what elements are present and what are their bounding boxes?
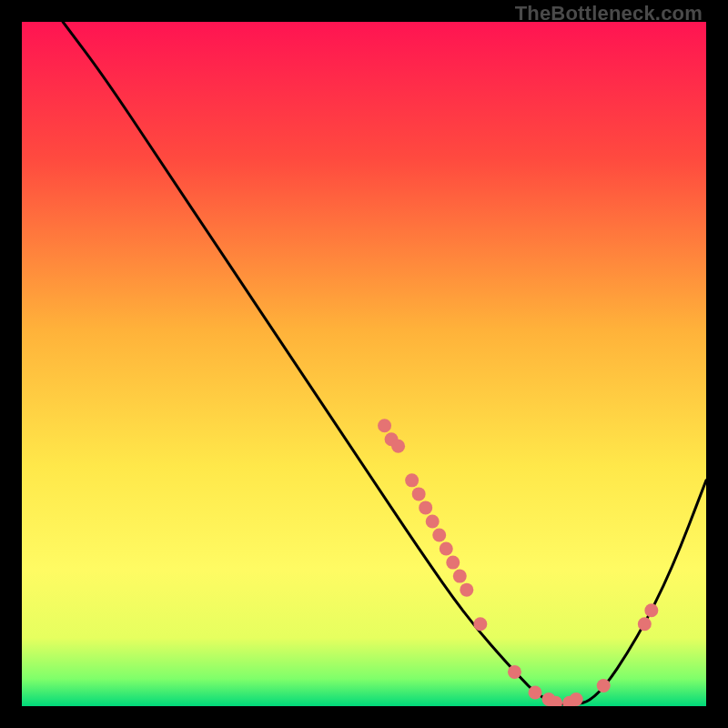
data-marker: [529, 685, 542, 699]
bottleneck-curve-chart: [22, 22, 706, 706]
data-marker: [432, 529, 446, 542]
data-marker: [412, 487, 426, 500]
data-marker: [378, 419, 391, 432]
gradient-background: [22, 22, 706, 706]
data-marker: [440, 542, 453, 556]
data-marker: [460, 583, 473, 597]
data-marker: [597, 679, 611, 693]
data-marker: [473, 617, 487, 631]
data-marker: [453, 570, 467, 583]
data-marker: [426, 514, 440, 528]
data-marker: [508, 665, 521, 679]
data-marker: [419, 500, 432, 514]
data-marker: [446, 556, 460, 570]
chart-frame: [22, 22, 706, 706]
data-marker: [405, 473, 419, 487]
data-marker: [638, 617, 652, 631]
data-marker: [570, 693, 583, 706]
data-marker: [644, 603, 658, 617]
data-marker: [391, 440, 405, 453]
